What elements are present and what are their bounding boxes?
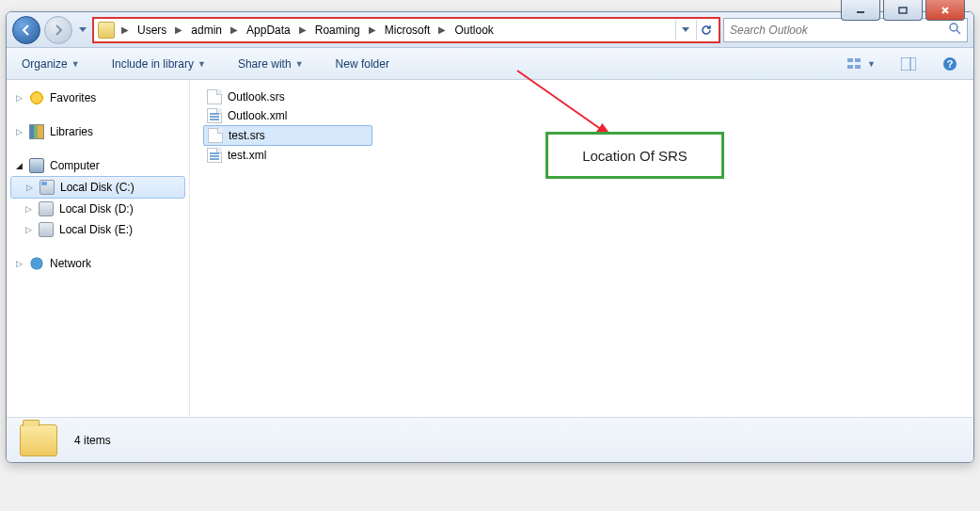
status-bar: 4 items	[7, 417, 973, 462]
view-icon	[846, 56, 863, 72]
expand-collapse-icon[interactable]: ▷	[24, 225, 33, 234]
sidebar-label: Local Disk (E:)	[59, 223, 133, 236]
forward-button[interactable]	[44, 16, 72, 44]
expand-collapse-icon[interactable]: ▷	[24, 183, 34, 192]
disk-icon	[39, 222, 54, 237]
file-item[interactable]: test.srs	[203, 125, 372, 146]
share-with-button[interactable]: Share with ▼	[232, 54, 309, 74]
chevron-right-icon[interactable]: ▶	[172, 24, 185, 35]
toolbar-label: Organize	[22, 57, 68, 71]
back-button[interactable]	[12, 16, 40, 44]
svg-rect-9	[855, 65, 861, 69]
folder-icon	[98, 22, 115, 39]
navigation-pane: ▷ Favorites ▷ Libraries ◢ Computer	[7, 80, 190, 417]
file-name: test.srs	[229, 129, 265, 142]
refresh-button[interactable]	[696, 20, 715, 40]
explorer-body: ▷ Favorites ▷ Libraries ◢ Computer	[7, 80, 973, 417]
annotation-callout: Location Of SRS	[545, 132, 724, 179]
chevron-down-icon: ▼	[867, 59, 876, 69]
chevron-right-icon[interactable]: ▶	[296, 24, 309, 35]
maximize-button[interactable]	[883, 0, 923, 21]
search-box[interactable]	[723, 18, 968, 42]
star-icon	[29, 90, 44, 105]
nav-bar: ▶ Users ▶ admin ▶ AppData ▶ Roaming ▶ Mi…	[7, 12, 973, 48]
chevron-right-icon[interactable]: ▶	[435, 24, 449, 35]
expand-collapse-icon[interactable]: ◢	[14, 161, 24, 170]
file-icon	[208, 128, 223, 143]
sidebar-item-drive[interactable]: ▷ Local Disk (C:)	[10, 176, 185, 199]
toolbar-label: Share with	[238, 57, 292, 71]
include-in-library-button[interactable]: Include in library ▼	[106, 54, 212, 74]
breadcrumb-item[interactable]: Outlook	[449, 19, 498, 41]
toolbar: Organize ▼ Include in library ▼ Share wi…	[7, 48, 973, 80]
file-item[interactable]: test.xml	[203, 146, 372, 165]
sidebar-item-libraries[interactable]: ▷ Libraries	[7, 121, 189, 142]
toolbar-label: New folder	[336, 57, 389, 71]
breadcrumb-item[interactable]: Roaming	[309, 19, 366, 41]
svg-rect-10	[901, 57, 916, 71]
sidebar-label: Favorites	[50, 91, 96, 104]
file-name: test.xml	[228, 149, 266, 162]
file-name: Outlook.srs	[228, 90, 285, 104]
help-button[interactable]: ?	[936, 52, 964, 76]
file-list-pane[interactable]: Outlook.srs Outlook.xml test.srs test.xm…	[190, 80, 973, 417]
expand-collapse-icon[interactable]: ▷	[24, 204, 33, 214]
expand-collapse-icon[interactable]: ▷	[14, 259, 24, 268]
computer-icon	[29, 158, 44, 173]
preview-pane-button[interactable]	[894, 52, 923, 76]
expand-collapse-icon[interactable]: ▷	[14, 93, 24, 103]
breadcrumb-item[interactable]: Users	[132, 19, 172, 41]
svg-point-4	[950, 24, 957, 31]
toolbar-label: Include in library	[112, 57, 194, 71]
chevron-down-icon: ▼	[295, 59, 304, 69]
sidebar-label: Local Disk (D:)	[59, 202, 134, 216]
folder-icon	[20, 424, 57, 456]
explorer-window: ▶ Users ▶ admin ▶ AppData ▶ Roaming ▶ Mi…	[6, 11, 974, 463]
sidebar-item-drive[interactable]: ▷ Local Disk (D:)	[7, 199, 189, 219]
address-bar[interactable]: ▶ Users ▶ admin ▶ AppData ▶ Roaming ▶ Mi…	[93, 18, 719, 42]
sidebar-item-network[interactable]: ▷ Network	[7, 253, 189, 274]
svg-text:?: ?	[947, 58, 954, 70]
svg-rect-6	[847, 58, 853, 62]
chevron-right-icon[interactable]: ▶	[119, 24, 132, 35]
svg-line-5	[956, 30, 960, 34]
file-name: Outlook.xml	[228, 109, 287, 122]
search-input[interactable]	[730, 24, 944, 37]
file-icon	[207, 148, 222, 163]
expand-collapse-icon[interactable]: ▷	[14, 127, 24, 136]
disk-icon	[40, 180, 55, 195]
svg-rect-8	[847, 65, 853, 69]
nav-history-dropdown[interactable]	[76, 16, 89, 44]
preview-pane-icon	[900, 56, 917, 72]
chevron-right-icon[interactable]: ▶	[228, 24, 241, 35]
disk-icon	[39, 201, 54, 216]
breadcrumb-item[interactable]: AppData	[241, 19, 296, 41]
view-options-button[interactable]: ▼	[841, 52, 881, 76]
sidebar-label: Libraries	[50, 125, 93, 138]
organize-button[interactable]: Organize ▼	[16, 54, 86, 74]
libraries-icon	[29, 124, 44, 139]
close-button[interactable]	[925, 0, 965, 21]
sidebar-item-favorites[interactable]: ▷ Favorites	[7, 88, 189, 108]
sidebar-label: Network	[50, 257, 91, 270]
sidebar-label: Local Disk (C:)	[60, 181, 134, 194]
sidebar-item-drive[interactable]: ▷ Local Disk (E:)	[7, 219, 189, 240]
minimize-button[interactable]	[841, 0, 880, 21]
address-dropdown[interactable]	[675, 20, 694, 40]
file-item[interactable]: Outlook.xml	[203, 106, 372, 125]
breadcrumb-item[interactable]: admin	[185, 19, 228, 41]
file-item[interactable]: Outlook.srs	[203, 88, 372, 106]
svg-rect-1	[899, 8, 907, 13]
chevron-right-icon[interactable]: ▶	[366, 24, 379, 35]
new-folder-button[interactable]: New folder	[330, 54, 395, 74]
annotation-text: Location Of SRS	[582, 148, 688, 164]
search-icon[interactable]	[948, 22, 961, 38]
chevron-down-icon: ▼	[198, 59, 206, 69]
help-icon: ?	[941, 56, 958, 72]
file-icon	[207, 108, 222, 123]
network-icon	[29, 256, 44, 271]
sidebar-item-computer[interactable]: ◢ Computer	[7, 155, 189, 176]
breadcrumb-item[interactable]: Microsoft	[379, 19, 436, 41]
item-count-label: 4 items	[74, 434, 111, 447]
sidebar-label: Computer	[50, 159, 100, 172]
